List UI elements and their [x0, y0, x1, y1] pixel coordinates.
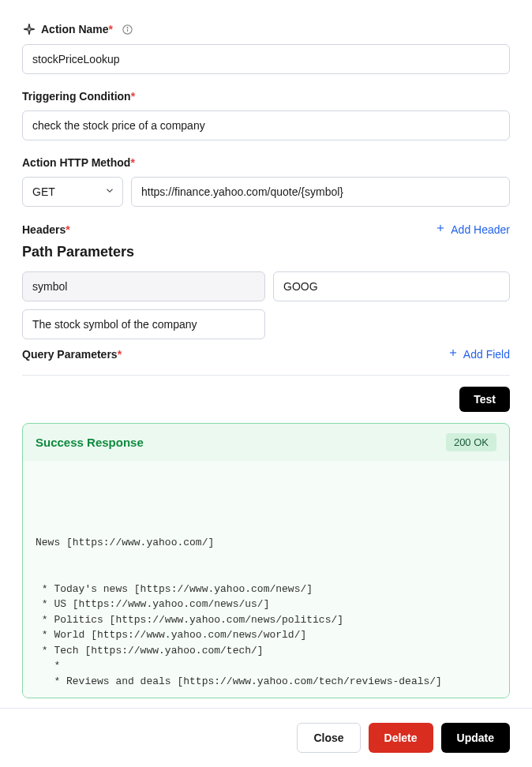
- response-header: Success Response 200 OK: [23, 424, 509, 461]
- headers-row: Headers* Add Header: [22, 223, 510, 236]
- sparkle-icon: [22, 22, 36, 36]
- action-name-input[interactable]: [22, 44, 510, 74]
- triggering-condition-label: Triggering Condition*: [22, 90, 135, 103]
- action-name-group: Action Name*: [22, 22, 510, 74]
- plus-icon: [448, 347, 459, 361]
- add-header-button[interactable]: Add Header: [435, 223, 510, 236]
- http-method-select[interactable]: GET: [22, 177, 123, 207]
- path-param-desc-input[interactable]: [22, 309, 265, 339]
- path-param-name-input[interactable]: [22, 271, 265, 301]
- path-param-value-input[interactable]: [273, 271, 510, 301]
- path-param-row: [22, 271, 510, 301]
- test-row: Test: [22, 387, 510, 412]
- delete-button[interactable]: Delete: [369, 723, 433, 753]
- http-url-input[interactable]: [131, 177, 510, 207]
- modal-footer: Close Delete Update: [0, 708, 532, 767]
- plus-icon: [435, 223, 446, 236]
- triggering-condition-label-row: Triggering Condition*: [22, 90, 510, 103]
- response-panel: Success Response 200 OK News [https://ww…: [22, 423, 510, 698]
- action-name-label-row: Action Name*: [22, 22, 510, 36]
- http-method-label-row: Action HTTP Method*: [22, 156, 510, 169]
- response-title: Success Response: [36, 436, 144, 449]
- info-icon[interactable]: [121, 23, 133, 36]
- action-name-label: Action Name*: [41, 23, 113, 36]
- add-header-label: Add Header: [451, 223, 510, 236]
- path-parameters-title: Path Parameters: [22, 244, 510, 260]
- triggering-condition-input[interactable]: [22, 110, 510, 140]
- add-field-button[interactable]: Add Field: [448, 347, 510, 361]
- status-badge: 200 OK: [446, 433, 496, 451]
- http-method-label: Action HTTP Method*: [22, 156, 135, 169]
- headers-label: Headers*: [22, 223, 70, 236]
- svg-point-2: [127, 27, 128, 28]
- query-parameters-row: Query Parameters* Add Field: [22, 347, 510, 376]
- test-button[interactable]: Test: [459, 387, 510, 412]
- response-body[interactable]: News [https://www.yahoo.com/] * Today's …: [23, 461, 509, 698]
- http-method-group: Action HTTP Method* GET: [22, 156, 510, 207]
- triggering-condition-group: Triggering Condition*: [22, 90, 510, 140]
- close-button[interactable]: Close: [297, 723, 360, 753]
- action-editor-modal: Action Name* Triggering Condition*: [0, 0, 532, 767]
- http-method-row: GET: [22, 177, 510, 207]
- update-button[interactable]: Update: [441, 723, 510, 753]
- add-field-label: Add Field: [463, 348, 510, 361]
- modal-content: Action Name* Triggering Condition*: [0, 0, 532, 708]
- query-parameters-label: Query Parameters*: [22, 348, 122, 361]
- path-param-desc-row: [22, 309, 510, 339]
- http-method-select-wrapper: GET: [22, 177, 123, 207]
